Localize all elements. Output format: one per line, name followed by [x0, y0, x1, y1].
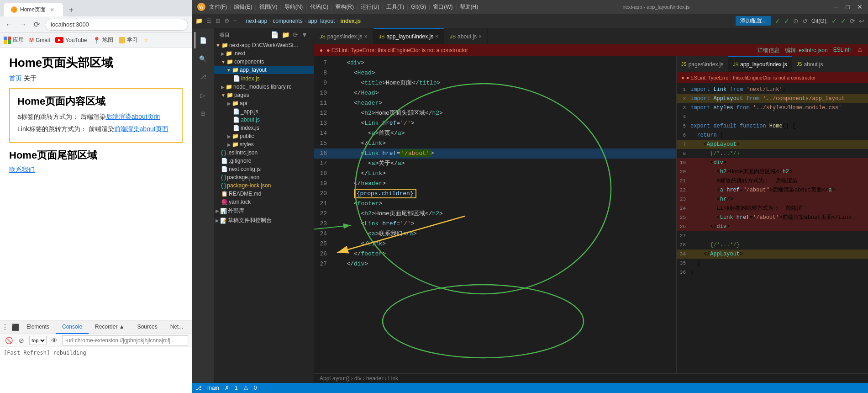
tab-recorder[interactable]: Recorder ▲ [89, 320, 131, 334]
maximize-button[interactable]: □ [846, 3, 850, 11]
add-config-button[interactable]: 添加配置... [736, 16, 771, 26]
tree-item-index-js-1[interactable]: 📄 index.js [214, 74, 314, 83]
tab-close-button[interactable]: × [48, 6, 56, 13]
breadcrumb-app-layout[interactable]: app_layout [308, 18, 335, 24]
eye-icon[interactable]: 👁 [49, 335, 59, 345]
close-button[interactable]: ✕ [857, 3, 863, 11]
tree-item-next-config[interactable]: 📄 next.config.js [214, 165, 314, 173]
youtube-bookmark[interactable]: ▶ YouTube [55, 37, 87, 43]
footer-contact-link[interactable]: 联系我们 [9, 166, 35, 173]
maps-bookmark[interactable]: 📍 地图 [93, 36, 113, 44]
tree-item-index-js-2[interactable]: 📄 index.js [214, 124, 314, 132]
breadcrumb-index-js[interactable]: index.js [340, 18, 361, 24]
tree-item-readme[interactable]: 📋 README.md [214, 190, 314, 198]
tab-console[interactable]: Console [56, 320, 89, 334]
tree-item-scratch[interactable]: ▶ 📝 草稿文件和控制台 [214, 216, 314, 225]
menu-code[interactable]: 代码(C) [310, 3, 329, 11]
menu-window[interactable]: 窗口(W) [433, 3, 452, 11]
tree-item-components[interactable]: ▼ 📁 components [214, 58, 314, 66]
tree-item-app-layout[interactable]: ▼ 📁 app_layout [214, 66, 314, 74]
tab-elements[interactable]: Elements [20, 320, 56, 334]
gmail-bookmark[interactable]: M Gmail [29, 37, 50, 43]
extensions-activity-icon[interactable]: ⊞ [195, 105, 211, 122]
tab-close-2[interactable]: × [435, 33, 438, 40]
explorer-icon[interactable]: ☰ [206, 17, 212, 24]
tree-item-api[interactable]: ▶ 📁 api [214, 99, 314, 107]
refresh-explorer-icon[interactable]: ⟳ [293, 31, 299, 38]
menu-view[interactable]: 视图(V) [259, 3, 278, 11]
tab-close-1[interactable]: × [364, 33, 368, 40]
right-code-view[interactable]: 1 import Link from 'next/Link'; 2 import… [677, 83, 868, 373]
right-tab-about[interactable]: JS about.js [792, 56, 828, 72]
new-file-icon[interactable]: 📄 [271, 31, 279, 38]
tree-item-gitignore[interactable]: 📄 .gitignore [214, 157, 314, 165]
tab-about[interactable]: JS about.js × [444, 28, 488, 44]
tab-sources[interactable]: Sources [131, 320, 164, 334]
breadcrumb-components[interactable]: components [273, 18, 302, 24]
tab-close-3[interactable]: × [479, 33, 482, 40]
link-tag-about-link[interactable]: 前端渲染about页面 [114, 125, 168, 133]
new-folder-icon[interactable]: 📁 [282, 31, 290, 38]
new-tab-button[interactable]: + [65, 4, 78, 16]
git-status-check: ✓ [831, 17, 837, 25]
address-bar[interactable] [45, 19, 188, 31]
devtools-inspect-icon[interactable]: ⬛ [10, 322, 20, 332]
a-tag-about-link[interactable]: 后端渲染about页面 [106, 113, 160, 120]
menu-nav[interactable]: 导航(N) [284, 3, 303, 11]
error-eslint-link[interactable]: ESLint↑ [833, 47, 852, 54]
breadcrumb-next-app[interactable]: next-app [246, 18, 268, 24]
tree-item-yarn-lock[interactable]: 🧶 yarn.lock [214, 198, 314, 206]
search-activity-icon[interactable]: 🔍 [195, 50, 211, 67]
menu-file[interactable]: 文件(F) [209, 3, 227, 11]
tree-item-root[interactable]: ▼ 📁 next-app D:\CWork\WebSt... [214, 41, 314, 49]
error-detail-link[interactable]: 详细信息 [758, 47, 779, 54]
tree-item-app-js[interactable]: 📄 _app.js [214, 107, 314, 116]
minimize-button[interactable]: ─ [834, 3, 839, 11]
reload-button[interactable]: ⟳ [31, 19, 42, 30]
minus-icon[interactable]: − [233, 17, 237, 24]
project-icon[interactable]: 📁 [195, 17, 203, 24]
tree-item-next[interactable]: ▶ 📁 .next [214, 49, 314, 58]
menu-git[interactable]: Git(G) [411, 4, 426, 10]
explorer-activity-icon[interactable]: 📄 [195, 32, 211, 48]
tab-pages-index[interactable]: JS pages\index.js × [314, 28, 374, 44]
home-tab[interactable]: 🔶 Home页面 × [4, 3, 63, 16]
learn-bookmark[interactable]: 学习 [119, 36, 138, 44]
console-filter-input[interactable] [62, 335, 188, 345]
clear-console-button[interactable]: 🚫 [4, 335, 14, 345]
tab-network[interactable]: Net... [164, 320, 190, 334]
devtools-menu-icon[interactable]: ⋮ [0, 322, 10, 332]
more-bookmarks[interactable]: ☆ [143, 37, 148, 43]
code-line-10: 10 </Head> [314, 88, 676, 98]
tree-item-external[interactable]: ▶ 📊 外部库 [214, 206, 314, 216]
git-activity-icon[interactable]: ⎇ [195, 69, 211, 85]
settings-icon[interactable]: ⚙ [224, 17, 230, 24]
tree-item-about-js[interactable]: 📄 about.js [214, 116, 314, 124]
tree-item-package-lock[interactable]: { } package-lock.json [214, 181, 314, 190]
tree-item-pages[interactable]: ▼ 📁 pages [214, 91, 314, 99]
context-select[interactable]: top [29, 336, 47, 345]
tree-item-eslintrc[interactable]: { } .eslintrc.json [214, 149, 314, 157]
right-tab-app-layout[interactable]: JS app_layout\index.js [728, 56, 792, 72]
error-edit-link[interactable]: 编辑 .eslintrc.json [785, 47, 828, 54]
tree-item-styles[interactable]: ▶ 📁 styles [214, 140, 314, 149]
menu-tools[interactable]: 工具(T) [386, 3, 404, 11]
code-editor[interactable]: 7 <div> 8 <Head> 9 <title>Home页面</title> [314, 56, 676, 373]
right-tab-pages[interactable]: JS pages\index.js [677, 56, 728, 72]
menu-refactor[interactable]: 重构(R) [335, 3, 354, 11]
tree-item-node-modules[interactable]: ▶ 📁 node_modules library.rc [214, 83, 314, 91]
menu-edit[interactable]: 编辑(E) [234, 3, 252, 11]
filter-icon[interactable]: ⊘ [16, 335, 26, 345]
tab-app-layout-index[interactable]: JS app_layout\index.js × [374, 28, 445, 44]
menu-help[interactable]: 帮助(H) [460, 3, 479, 11]
back-button[interactable]: ← [4, 19, 15, 30]
collapse-icon[interactable]: ▼ [301, 31, 308, 38]
tree-item-public[interactable]: ▶ 📁 public [214, 132, 314, 140]
tree-item-package-json[interactable]: { } package.json [214, 173, 314, 181]
home-link[interactable]: 首页 [9, 74, 22, 82]
menu-run[interactable]: 运行(U) [361, 3, 379, 11]
debug-activity-icon[interactable]: ▷ [195, 87, 211, 103]
forward-button[interactable]: → [17, 19, 28, 30]
apps-bookmark[interactable]: 应用 [4, 36, 24, 44]
split-icon[interactable]: ⊞ [216, 17, 221, 24]
